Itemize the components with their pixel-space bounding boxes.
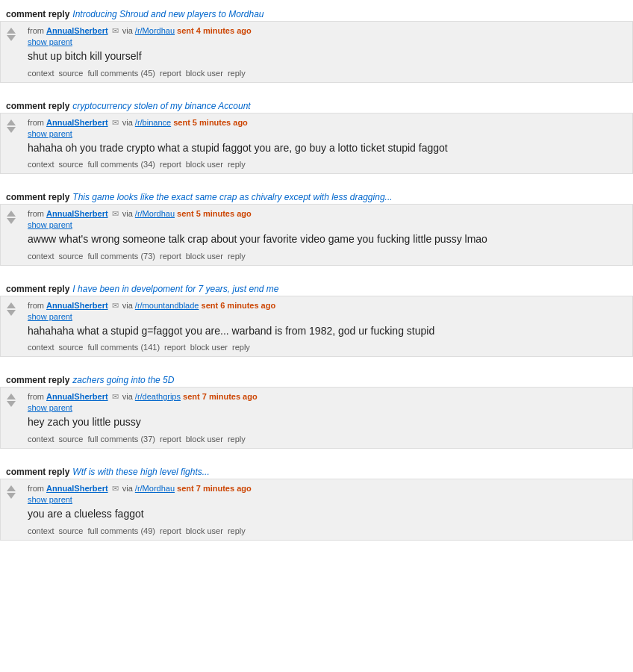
context-link[interactable]: context [28, 435, 54, 444]
reply-link[interactable]: reply [232, 343, 250, 352]
comment-title-link[interactable]: zachers going into the 5D [72, 375, 174, 385]
user-link[interactable]: AnnualSherbert [46, 26, 108, 35]
comment-title-link[interactable]: This game looks like the exact same crap… [72, 192, 392, 202]
comment-label: comment reply [6, 101, 69, 111]
show-parent-link[interactable]: show parent [28, 129, 626, 138]
user-link[interactable]: AnnualSherbert [46, 301, 108, 310]
report-link[interactable]: report [160, 160, 181, 169]
show-parent-link[interactable]: show parent [28, 312, 626, 321]
sent-time: sent 6 minutes ago [199, 301, 275, 310]
subreddit-link[interactable]: /r/deathgrips [135, 392, 181, 401]
downvote-arrow-icon[interactable] [7, 218, 16, 224]
comment-body: from AnnualSherbert ✉ via /r/Mordhau sen… [0, 21, 633, 83]
downvote-arrow-icon[interactable] [7, 310, 16, 316]
full-comments-link[interactable]: full comments (49) [88, 526, 155, 535]
reply-link[interactable]: reply [228, 69, 246, 78]
upvote-arrow-icon[interactable] [7, 28, 16, 34]
downvote-arrow-icon[interactable] [7, 401, 16, 407]
report-link[interactable]: report [160, 69, 181, 78]
action-bar: contextsourcefull comments (141)reportbl… [28, 343, 626, 352]
context-link[interactable]: context [28, 343, 54, 352]
sent-time: sent 5 minutes ago [171, 118, 248, 127]
upvote-arrow-icon[interactable] [7, 119, 16, 125]
user-link[interactable]: AnnualSherbert [46, 484, 108, 493]
via-label: via [122, 301, 135, 310]
subreddit-link[interactable]: /r/Mordhau [135, 484, 175, 493]
reply-link[interactable]: reply [228, 160, 246, 169]
comment-body: from AnnualSherbert ✉ via /r/mountandbla… [0, 296, 633, 358]
action-bar: contextsourcefull comments (45)reportblo… [28, 69, 626, 78]
comment-title-link[interactable]: I have been in develpoment for 7 years, … [72, 284, 278, 294]
show-parent-link[interactable]: show parent [28, 495, 626, 504]
user-link[interactable]: AnnualSherbert [46, 209, 108, 218]
subreddit-link[interactable]: /r/Mordhau [135, 26, 175, 35]
context-link[interactable]: context [28, 526, 54, 535]
via-label: via [122, 26, 135, 35]
comment-text: hahaha oh you trade crypto what a stupid… [28, 141, 626, 156]
user-link[interactable]: AnnualSherbert [46, 118, 108, 127]
source-link[interactable]: source [58, 435, 83, 444]
meta-line: from AnnualSherbert ✉ via /r/deathgrips … [28, 392, 626, 402]
comment-header: comment replyI have been in develpoment … [0, 281, 633, 296]
show-parent-link[interactable]: show parent [28, 403, 626, 412]
context-link[interactable]: context [28, 69, 54, 78]
report-link[interactable]: report [160, 252, 181, 261]
comment-block: comment replyI have been in develpoment … [0, 281, 633, 358]
upvote-arrow-icon[interactable] [7, 485, 16, 491]
block-user-link[interactable]: block user [186, 160, 223, 169]
vote-arrows [7, 485, 16, 499]
envelope-icon: ✉ [110, 26, 121, 35]
via-label: via [122, 209, 135, 218]
reply-link[interactable]: reply [228, 526, 246, 535]
comment-text: awww what's wrong someone talk crap abou… [28, 232, 626, 247]
report-link[interactable]: report [164, 343, 186, 352]
sent-time: sent 4 minutes ago [175, 26, 252, 35]
comment-block: comment replyIntroducing Shroud and new … [0, 6, 633, 83]
subreddit-link[interactable]: /r/binance [135, 118, 171, 127]
downvote-arrow-icon[interactable] [7, 127, 16, 133]
context-link[interactable]: context [28, 252, 54, 261]
source-link[interactable]: source [58, 69, 83, 78]
via-label: via [122, 118, 135, 127]
comment-title-link[interactable]: Introducing Shroud and new players to Mo… [72, 9, 264, 19]
comment-title-link[interactable]: Wtf is with these high level fights... [72, 467, 209, 477]
block-user-link[interactable]: block user [186, 526, 223, 535]
comment-text: hey zach you little pussy [28, 415, 626, 430]
source-link[interactable]: source [58, 526, 83, 535]
full-comments-link[interactable]: full comments (141) [88, 343, 160, 352]
block-user-link[interactable]: block user [186, 69, 223, 78]
from-label: from [28, 118, 46, 127]
block-user-link[interactable]: block user [186, 435, 223, 444]
subreddit-link[interactable]: /r/mountandblade [135, 301, 199, 310]
report-link[interactable]: report [160, 526, 181, 535]
upvote-arrow-icon[interactable] [7, 302, 16, 308]
downvote-arrow-icon[interactable] [7, 35, 16, 41]
full-comments-link[interactable]: full comments (37) [88, 435, 155, 444]
context-link[interactable]: context [28, 160, 54, 169]
source-link[interactable]: source [58, 160, 83, 169]
reply-link[interactable]: reply [228, 252, 246, 261]
show-parent-link[interactable]: show parent [28, 37, 626, 46]
upvote-arrow-icon[interactable] [7, 393, 16, 399]
block-user-link[interactable]: block user [186, 252, 223, 261]
full-comments-link[interactable]: full comments (34) [88, 160, 155, 169]
comment-header: comment replyWtf is with these high leve… [0, 464, 633, 479]
upvote-arrow-icon[interactable] [7, 211, 16, 217]
source-link[interactable]: source [58, 252, 83, 261]
from-label: from [28, 26, 46, 35]
action-bar: contextsourcefull comments (49)reportblo… [28, 526, 626, 535]
show-parent-link[interactable]: show parent [28, 220, 626, 229]
envelope-icon: ✉ [110, 301, 121, 310]
vote-arrows [7, 119, 16, 133]
reply-link[interactable]: reply [228, 435, 246, 444]
report-link[interactable]: report [160, 435, 181, 444]
full-comments-link[interactable]: full comments (45) [88, 69, 155, 78]
source-link[interactable]: source [58, 343, 83, 352]
comment-header: comment replycryptocurrency stolen of my… [0, 98, 633, 113]
block-user-link[interactable]: block user [190, 343, 228, 352]
full-comments-link[interactable]: full comments (73) [88, 252, 155, 261]
comment-title-link[interactable]: cryptocurrency stolen of my binance Acco… [72, 101, 250, 111]
user-link[interactable]: AnnualSherbert [46, 392, 108, 401]
subreddit-link[interactable]: /r/Mordhau [135, 209, 175, 218]
downvote-arrow-icon[interactable] [7, 493, 16, 499]
